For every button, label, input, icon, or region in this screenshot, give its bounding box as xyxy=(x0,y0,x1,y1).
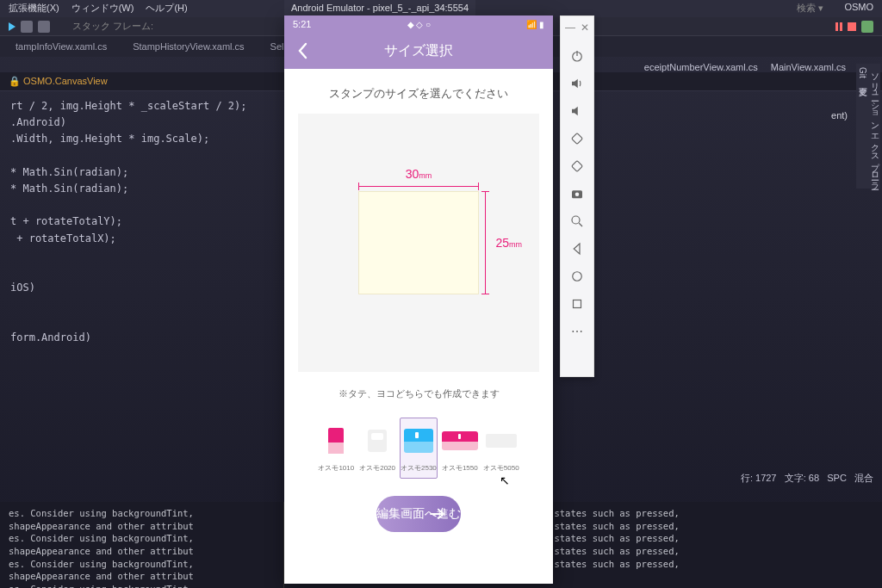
stamp-thumb-icon xyxy=(404,429,433,453)
emulator-window-title: Android Emulator - pixel_5_-_api_34:5554 xyxy=(284,0,475,15)
pause-icon[interactable] xyxy=(835,22,842,31)
header-title: サイズ選択 xyxy=(384,42,453,60)
vs-side-panels: ソリューション エクスプローラー Git 変更 xyxy=(868,60,880,192)
orientation-note: ※タテ、ヨコどちらでも作成できます xyxy=(339,372,500,409)
rotate-right-icon[interactable] xyxy=(568,158,586,175)
camera-icon[interactable] xyxy=(568,185,586,202)
height-label: 25mm xyxy=(495,236,522,250)
width-dim-line xyxy=(358,186,479,187)
android-status-bar: 5:21 ◆ ◇ ○ 📶 ▮ xyxy=(284,15,553,33)
vs-search[interactable]: 検索 ▾ xyxy=(797,2,823,15)
svg-rect-2 xyxy=(572,133,583,145)
size-label: オスモ1550 xyxy=(442,463,478,473)
event-label: ent) xyxy=(831,110,848,121)
size-label: オスモ1010 xyxy=(318,463,354,473)
svg-point-6 xyxy=(572,216,580,224)
size-option-2530[interactable]: オスモ2530 xyxy=(400,418,438,479)
size-option-2020[interactable]: オスモ2020 xyxy=(358,418,396,479)
stamp-thumb-icon xyxy=(368,430,387,452)
size-label: オスモ5050 xyxy=(483,463,519,473)
stamp-dimension-box: 30mm 25mm xyxy=(358,191,479,294)
stack-frame-label: スタック フレーム: xyxy=(72,20,153,33)
vs-right-tabs: eceiptNumberView.xaml.cs MainView.xaml.c… xyxy=(644,62,856,72)
volume-down-icon[interactable] xyxy=(568,102,586,120)
emulator-toolbar: —✕ ⋯ xyxy=(560,15,594,377)
minimize-icon[interactable]: — xyxy=(565,22,575,34)
status-icons: ◆ ◇ ○ xyxy=(407,20,432,29)
stamp-preview: 30mm 25mm xyxy=(298,114,539,372)
power-icon[interactable] xyxy=(568,47,586,65)
vs-menu-item[interactable]: 拡張機能(X) xyxy=(9,2,59,15)
output-left: es. Consider using backgroundTint, shape… xyxy=(0,502,284,588)
editor-tab[interactable]: tampInfoView.xaml.cs xyxy=(3,38,119,55)
stamp-thumb-icon xyxy=(486,434,517,448)
size-label: オスモ2530 xyxy=(401,463,437,473)
restart-icon[interactable] xyxy=(861,21,873,33)
stamp-thumb-icon xyxy=(328,428,344,454)
vs-menu-item[interactable]: ヘルプ(H) xyxy=(146,2,187,15)
svg-line-7 xyxy=(579,223,582,226)
svg-rect-9 xyxy=(574,300,581,308)
height-dim-line xyxy=(485,191,486,294)
volume-up-icon[interactable] xyxy=(568,75,586,92)
solution-explorer-tab[interactable]: ソリューション エクスプローラー xyxy=(868,64,880,189)
size-label: オスモ2020 xyxy=(359,463,395,473)
stamp-thumb-icon xyxy=(442,431,478,450)
size-options: オスモ1010 オスモ2020 オスモ2530 オスモ1550 オスモ5050 xyxy=(310,409,526,484)
app-body: スタンプのサイズを選んでください 30mm 25mm ※タテ、ヨコどちらでも作成… xyxy=(284,69,553,584)
continue-icon[interactable] xyxy=(9,22,16,31)
svg-rect-3 xyxy=(572,161,583,172)
proceed-button[interactable]: 編集画面へ進む xyxy=(376,496,461,532)
size-option-5050[interactable]: オスモ5050 xyxy=(482,418,520,479)
rotate-left-icon[interactable] xyxy=(568,130,586,147)
editor-tab[interactable]: MainView.xaml.cs xyxy=(771,62,846,72)
app-header: サイズ選択 xyxy=(284,33,553,69)
status-icons-right: 📶 ▮ xyxy=(526,20,544,29)
stamp-face xyxy=(358,191,479,294)
size-option-1550[interactable]: オスモ1550 xyxy=(441,418,479,479)
vs-menu-item[interactable]: ウィンドウ(W) xyxy=(71,2,134,15)
instruction-text: スタンプのサイズを選んでください xyxy=(329,69,508,114)
step-icon[interactable] xyxy=(38,21,50,33)
editor-tab[interactable]: StampHistoryView.xaml.cs xyxy=(121,38,256,55)
more-icon[interactable]: ⋯ xyxy=(568,323,586,340)
step-icon[interactable] xyxy=(21,21,33,33)
vs-status-bar: 行: 1727 文字: 68 SPC 混合 xyxy=(741,472,873,485)
nav-back-icon[interactable] xyxy=(568,240,586,257)
git-changes-tab[interactable]: Git 変更 xyxy=(856,64,868,189)
chevron-left-icon xyxy=(296,42,308,59)
status-time: 5:21 xyxy=(293,19,311,29)
close-icon[interactable]: ✕ xyxy=(581,22,589,34)
vs-solution-label: OSMO xyxy=(844,2,873,15)
android-emulator: 5:21 ◆ ◇ ○ 📶 ▮ サイズ選択 スタンプのサイズを選んでください 30… xyxy=(284,15,553,584)
svg-point-8 xyxy=(573,272,582,282)
arrow-right-icon xyxy=(428,504,447,523)
nav-overview-icon[interactable] xyxy=(568,295,586,313)
stop-icon[interactable] xyxy=(848,22,856,31)
size-option-1010[interactable]: オスモ1010 xyxy=(317,418,355,479)
nav-home-icon[interactable] xyxy=(568,268,586,285)
svg-point-5 xyxy=(575,193,580,197)
back-button[interactable] xyxy=(291,40,314,62)
proceed-button-label: 編集画面へ進む xyxy=(376,506,461,522)
editor-tab[interactable]: eceiptNumberView.xaml.cs xyxy=(644,62,758,72)
width-label: 30mm xyxy=(358,167,479,181)
zoom-icon[interactable] xyxy=(568,213,586,230)
